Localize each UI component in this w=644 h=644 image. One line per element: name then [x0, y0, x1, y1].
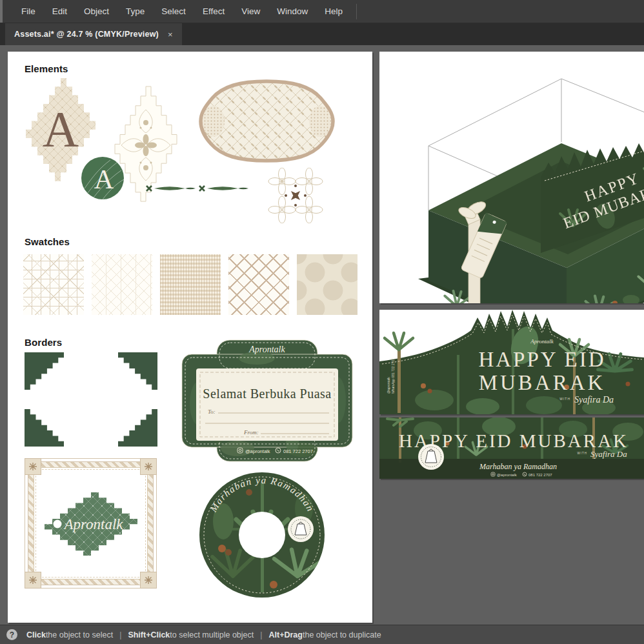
swatches-heading[interactable]: Swatches [25, 236, 70, 247]
document-tab[interactable]: Assets.ai* @ 24.7 % (CMYK/Preview) × [5, 23, 182, 45]
tag-brand: Aprontalk [63, 516, 123, 532]
banner-instagram: @aprontalk [497, 473, 518, 477]
eid-card-brand: Aprontalk [530, 338, 554, 345]
swatch-diamond-lattice[interactable] [228, 254, 289, 315]
svg-text:@aprontalk: @aprontalk [387, 377, 390, 394]
svg-text:WhatsApp 081 722 2707: WhatsApp 081 722 2707 [391, 358, 395, 394]
label-panel [196, 368, 338, 441]
eid-card-signature: Syafira Da [574, 395, 614, 405]
border-corner-bottom-right[interactable] [118, 408, 158, 447]
illustrator-window: File Edit Object Type Select Effect View… [0, 0, 644, 644]
status-separator: | [119, 630, 121, 639]
eid-card[interactable]: Aprontalk HAPPY EID MUBARAK WITH Syafira… [379, 310, 644, 414]
box-mockup[interactable]: HAPPY EID MUBARAK [379, 52, 644, 303]
circle-monogram-letter: A [94, 165, 114, 194]
element-leaf-divider[interactable] [144, 183, 248, 194]
tab-close-icon[interactable]: × [168, 30, 173, 39]
element-circle-monogram[interactable]: A [81, 156, 125, 200]
divider-unit [146, 186, 196, 191]
banner-script: Marhaban ya Ramadhan [479, 462, 557, 471]
sticker-badge [288, 516, 314, 542]
banner-signature: Syafira Da [590, 449, 627, 459]
menu-window[interactable]: Window [268, 0, 316, 23]
help-icon[interactable]: ? [6, 629, 17, 640]
artboard-assets: Elements A [8, 52, 372, 623]
label-instagram: @aprontalk [245, 448, 270, 454]
status-text: the object to duplicate [303, 630, 381, 639]
border-corner-bottom-left[interactable] [25, 408, 65, 447]
swatch-weave[interactable] [160, 254, 221, 315]
eid-banner[interactable]: HAPPY EID MUBARAK WITH Syafira Da Marhab… [379, 418, 644, 479]
status-bold: Shift+Click [128, 630, 170, 639]
banner-badge [418, 444, 444, 470]
menu-effect[interactable]: Effect [194, 0, 233, 23]
element-flower-cluster[interactable] [267, 168, 325, 223]
element-tray[interactable] [197, 77, 337, 165]
artboard-box-mockup: HAPPY EID MUBARAK [379, 52, 644, 303]
eid-card-title-line1: HAPPY EID [478, 348, 605, 371]
canvas-pasteboard: Elements A [0, 45, 644, 625]
status-bold: Alt+Drag [269, 630, 303, 639]
document-tab-bar: Assets.ai* @ 24.7 % (CMYK/Preview) × [0, 23, 644, 45]
swatch-ornament-grid[interactable] [92, 254, 152, 315]
menu-separator [356, 4, 357, 19]
divider-unit [199, 186, 248, 191]
gift-tag-diamond[interactable]: Aprontalk [43, 492, 139, 556]
swatch-octagon-lattice[interactable] [23, 254, 84, 315]
tray-end-left [203, 106, 225, 137]
tag-hole [54, 520, 62, 528]
banner-phone: 081 722 2707 [528, 473, 552, 477]
frame-corner-flower [25, 572, 41, 589]
swatch-circle-petals[interactable] [297, 254, 357, 315]
artboard-eid-banner: HAPPY EID MUBARAK WITH Syafira Da Marhab… [379, 418, 644, 479]
label-from: From: [243, 429, 259, 436]
frame-corner-flower [140, 458, 157, 475]
border-corner-top-right[interactable] [118, 352, 158, 391]
sticker-hole [239, 512, 285, 558]
document-tab-title: Assets.ai* @ 24.7 % (CMYK/Preview) [14, 30, 159, 39]
gift-label-card[interactable]: Aprontalk Selamat Berbuka Puasa To: From… [179, 339, 355, 463]
eid-card-with: WITH [559, 397, 570, 401]
frame-corner-flower [140, 572, 157, 589]
label-brand-script: Aprontalk [248, 345, 285, 354]
menu-file[interactable]: File [13, 0, 44, 23]
window-edge [0, 0, 3, 23]
round-sticker[interactable]: Marhaban ya Ramadhan [197, 470, 327, 600]
menu-view[interactable]: View [233, 0, 268, 23]
ornate-square-frame[interactable]: Aprontalk [25, 458, 157, 589]
cluster-center-star [287, 186, 305, 205]
label-phone: 081 722 2707 [283, 448, 313, 454]
menu-type[interactable]: Type [117, 0, 153, 23]
status-text: to select multiple object [170, 630, 254, 639]
menu-help[interactable]: Help [316, 0, 351, 23]
status-text: the object to select [46, 630, 113, 639]
monogram-letter: A [43, 101, 79, 157]
tray-end-right [309, 106, 331, 137]
menu-object[interactable]: Object [75, 0, 117, 23]
status-bar: ? Click the object to select | Shift+Cli… [0, 625, 644, 644]
eid-card-title-line2: MUBARAK [479, 371, 606, 394]
menu-edit[interactable]: Edit [44, 0, 75, 23]
artboard-eid-card: Aprontalk HAPPY EID MUBARAK WITH Syafira… [379, 310, 644, 414]
status-separator: | [260, 630, 262, 639]
label-to: To: [208, 408, 216, 415]
border-corner-top-left[interactable] [25, 352, 65, 391]
menu-select[interactable]: Select [153, 0, 194, 23]
banner-with: WITH [578, 452, 588, 455]
status-bold: Click [26, 630, 46, 639]
frame-corner-flower [25, 458, 41, 475]
borders-heading[interactable]: Borders [25, 337, 62, 348]
menu-bar: File Edit Object Type Select Effect View… [0, 0, 644, 23]
label-title: Selamat Berbuka Puasa [203, 387, 331, 401]
elements-heading[interactable]: Elements [25, 63, 68, 74]
